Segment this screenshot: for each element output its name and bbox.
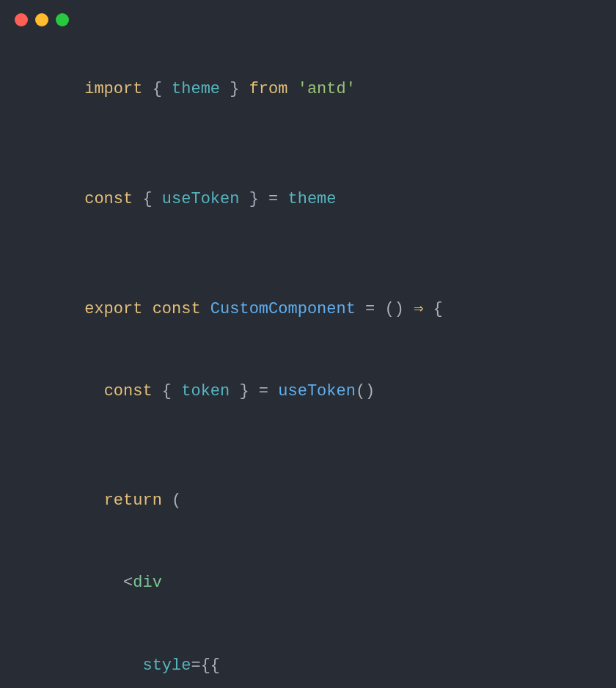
code-line-style-open: style={{ xyxy=(26,624,590,688)
window: import { theme } from 'antd' const { use… xyxy=(0,0,616,688)
code-editor: import { theme } from 'antd' const { use… xyxy=(0,34,616,688)
blank-line-2 xyxy=(26,241,590,268)
minimize-dot[interactable] xyxy=(35,13,48,26)
code-line-token: const { token } = useToken() xyxy=(26,350,590,432)
title-bar xyxy=(0,0,616,34)
code-line-export: export const CustomComponent = () ⇒ { xyxy=(26,268,590,350)
code-line-import: import { theme } from 'antd' xyxy=(26,48,590,131)
maximize-dot[interactable] xyxy=(56,13,69,26)
close-dot[interactable] xyxy=(15,13,28,26)
blank-line-3 xyxy=(26,432,590,459)
blank-line-1 xyxy=(26,131,590,158)
code-line-usetoken: const { useToken } = theme xyxy=(26,158,590,241)
code-line-return: return ( xyxy=(26,460,590,542)
code-line-div-open: <div xyxy=(26,542,590,624)
